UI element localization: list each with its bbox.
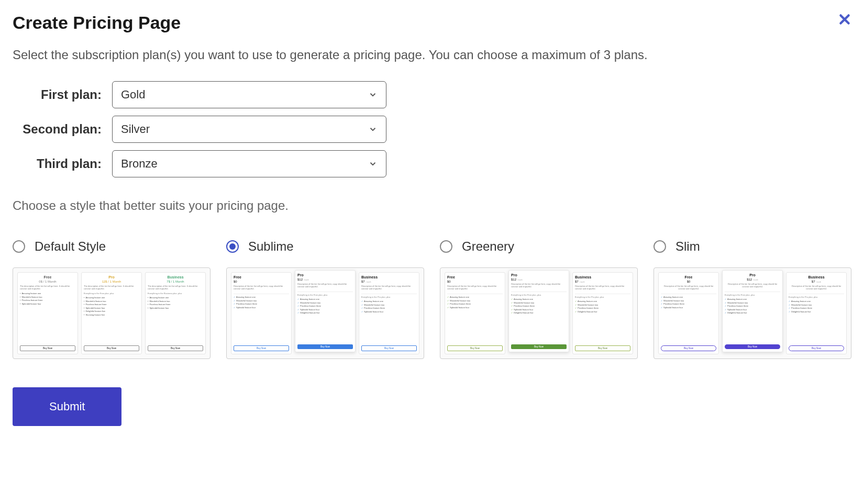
first-plan-select[interactable]: Gold — [112, 81, 386, 108]
radio-label: Default Style — [35, 239, 106, 254]
radio-slim[interactable]: Slim — [653, 239, 851, 254]
radio-default-style[interactable]: Default Style — [13, 239, 211, 254]
style-option-sublime: Sublime Free $0 Description of the tier … — [226, 239, 424, 359]
first-plan-value: Gold — [121, 88, 145, 102]
chevron-down-icon — [368, 90, 378, 99]
radio-icon — [13, 240, 25, 253]
preview-greenery[interactable]: Free $0 Description of the tier list wil… — [440, 267, 638, 359]
radio-icon — [226, 240, 239, 253]
radio-sublime[interactable]: Sublime — [226, 239, 424, 254]
close-button[interactable] — [838, 13, 851, 29]
third-plan-value: Bronze — [121, 157, 158, 171]
submit-button[interactable]: Submit — [13, 387, 121, 426]
radio-label: Greenery — [462, 239, 514, 254]
style-option-default: Default Style Free 0$ / 1 Month The desc… — [13, 239, 211, 359]
second-plan-label: Second plan: — [13, 122, 112, 137]
third-plan-select[interactable]: Bronze — [112, 150, 386, 177]
radio-icon — [440, 240, 452, 253]
third-plan-label: Third plan: — [13, 156, 112, 171]
radio-label: Slim — [675, 239, 700, 254]
page-title: Create Pricing Page — [13, 13, 181, 33]
second-plan-select[interactable]: Silver — [112, 116, 386, 143]
style-subtitle: Choose a style that better suits your pr… — [13, 198, 851, 213]
chevron-down-icon — [368, 159, 378, 169]
second-plan-value: Silver — [121, 122, 150, 136]
radio-icon — [653, 240, 666, 253]
preview-slim[interactable]: Free $0 Description of the tier list wil… — [653, 267, 851, 359]
preview-sublime[interactable]: Free $0 Description of the tier list wil… — [226, 267, 424, 359]
close-icon — [838, 13, 851, 26]
style-option-slim: Slim Free $0 Description of the tier lis… — [653, 239, 851, 359]
radio-greenery[interactable]: Greenery — [440, 239, 638, 254]
chevron-down-icon — [368, 125, 378, 134]
preview-default[interactable]: Free 0$ / 1 Month The description of the… — [13, 267, 211, 359]
first-plan-label: First plan: — [13, 87, 112, 102]
radio-label: Sublime — [248, 239, 294, 254]
style-option-greenery: Greenery Free $0 Description of the tier… — [440, 239, 638, 359]
subtitle-text: Select the subscription plan(s) you want… — [13, 48, 851, 62]
